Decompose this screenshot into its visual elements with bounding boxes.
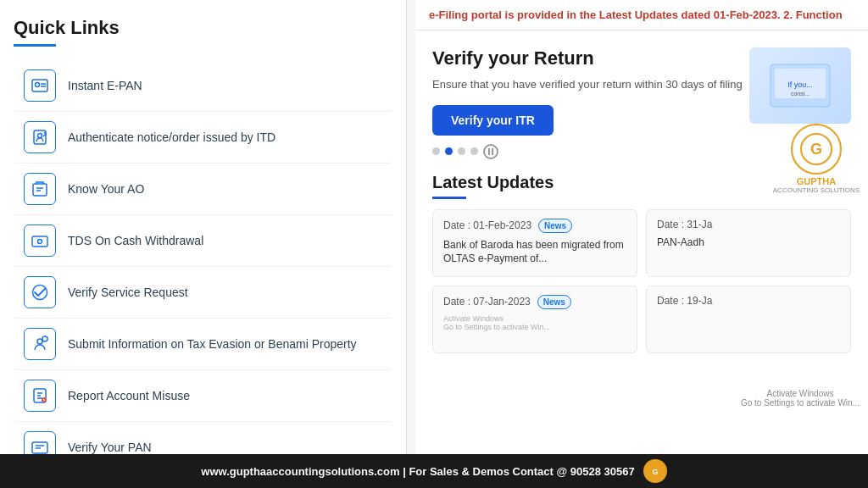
footer-text: www.gupthaaccountingsolutions.com | For …	[201, 465, 634, 478]
quick-links-list: Instant E-PANAuthenticate notice/order i…	[14, 60, 392, 488]
main-content: Verify your Return Ensure that you have …	[415, 30, 868, 454]
svg-rect-6	[33, 184, 47, 196]
svg-point-1	[36, 83, 40, 87]
sidebar: Quick Links Instant E-PANAuthenticate no…	[0, 0, 407, 488]
dot-3[interactable]	[458, 147, 465, 155]
report-misuse-icon	[24, 380, 56, 412]
carousel-thumbnail: If you... consi...	[749, 47, 851, 124]
dot-4[interactable]	[470, 147, 478, 155]
footer-logo: G	[643, 459, 667, 483]
logo-name: GUPTHA	[797, 176, 836, 186]
tds-cash-icon	[24, 225, 56, 257]
latest-updates-section: Latest Updates Date : 01-Feb-2023NewsBan…	[432, 173, 851, 353]
svg-point-15	[42, 336, 47, 341]
verify-itr-button[interactable]: Verify your ITR	[432, 105, 554, 136]
logo-circle: G	[791, 124, 842, 175]
activate-windows-line2: Go to Settings to activate Win...	[741, 398, 860, 408]
update-text-1: PAN-Aadh	[657, 236, 840, 250]
svg-point-14	[37, 339, 42, 344]
verify-return-desc: Ensure that you have verified your retur…	[432, 76, 743, 93]
update-text-0: Bank of Baroda has been migrated from OL…	[443, 238, 626, 267]
pause-button[interactable]	[483, 144, 498, 159]
sidebar-item-label-know-ao: Know Your AO	[68, 182, 144, 196]
sidebar-item-label-submit-info: Submit Information on Tax Evasion or Ben…	[68, 337, 357, 351]
instant-epan-icon	[24, 69, 56, 102]
update-date-1: Date : 31-Ja	[657, 219, 712, 230]
svg-text:G: G	[810, 141, 822, 158]
sidebar-item-label-instant-epan: Instant E-PAN	[68, 79, 142, 92]
update-date-0: Date : 01-Feb-2023	[443, 219, 531, 231]
logo-area: G GUPTHA ACCOUNTING SOLUTIONS	[773, 124, 860, 194]
logo-sub: ACCOUNTING SOLUTIONS	[773, 186, 860, 194]
sidebar-item-label-verify-service: Verify Service Request	[68, 286, 188, 299]
update-card-0[interactable]: Date : 01-Feb-2023NewsBank of Baroda has…	[432, 209, 637, 277]
notification-text: e-Filing portal is provided in the Lates…	[429, 8, 843, 21]
sidebar-item-label-tds-cash: TDS On Cash Withdrawal	[68, 234, 203, 247]
authenticate-notice-icon	[24, 121, 56, 153]
dot-2[interactable]	[445, 147, 453, 155]
sidebar-title-underline	[14, 44, 56, 47]
update-card-1[interactable]: Date : 31-JaPAN-Aadh	[646, 209, 851, 277]
svg-rect-9	[32, 236, 47, 247]
verify-return-title: Verify your Return	[432, 47, 743, 69]
verify-text-block: Verify your Return Ensure that you have …	[432, 47, 743, 159]
activate-windows: Activate Windows Go to Settings to activ…	[741, 389, 860, 408]
update-badge-2: News	[537, 295, 571, 309]
update-card-2[interactable]: Date : 07-Jan-2023NewsActivate WindowsGo…	[432, 286, 637, 353]
svg-text:G: G	[652, 468, 658, 476]
submit-info-icon	[24, 328, 56, 360]
svg-point-5	[38, 134, 42, 138]
sidebar-item-label-authenticate-notice: Authenticate notice/order issued by ITD	[68, 130, 275, 144]
sidebar-item-submit-info[interactable]: Submit Information on Tax Evasion or Ben…	[14, 319, 392, 370]
sidebar-item-authenticate-notice[interactable]: Authenticate notice/order issued by ITD	[14, 112, 392, 164]
svg-text:If you...: If you...	[787, 80, 813, 89]
svg-point-10	[38, 240, 42, 244]
activate-windows-line1: Activate Windows	[741, 389, 860, 398]
activate-windows-note: Activate WindowsGo to Settings to activa…	[443, 314, 626, 331]
svg-text:consi...: consi...	[791, 91, 810, 97]
updates-grid: Date : 01-Feb-2023NewsBank of Baroda has…	[432, 209, 851, 353]
sidebar-item-instant-epan[interactable]: Instant E-PAN	[14, 60, 392, 112]
sidebar-item-label-report-misuse: Report Account Misuse	[68, 389, 190, 402]
sidebar-item-report-misuse[interactable]: Report Account Misuse	[14, 370, 392, 422]
sidebar-item-know-ao[interactable]: Know Your AO	[14, 164, 392, 215]
update-date-2: Date : 07-Jan-2023	[443, 296, 531, 308]
verify-service-icon	[24, 276, 56, 308]
sidebar-item-tds-cash[interactable]: TDS On Cash Withdrawal	[14, 215, 392, 267]
sidebar-title: Quick Links	[14, 17, 392, 39]
carousel-dots	[432, 144, 743, 159]
update-date-3: Date : 19-Ja	[657, 295, 712, 307]
update-card-3[interactable]: Date : 19-Ja	[646, 286, 851, 353]
know-ao-icon	[24, 173, 56, 205]
dot-1[interactable]	[432, 147, 440, 155]
footer-bar: www.gupthaaccountingsolutions.com | For …	[0, 454, 868, 488]
updates-underline	[432, 197, 466, 199]
sidebar-item-label-verify-pan: Verify Your PAN	[68, 441, 152, 454]
update-badge-0: News	[538, 219, 572, 233]
top-notification-bar: e-Filing portal is provided in the Lates…	[415, 0, 868, 30]
sidebar-item-verify-service[interactable]: Verify Service Request	[14, 267, 392, 319]
